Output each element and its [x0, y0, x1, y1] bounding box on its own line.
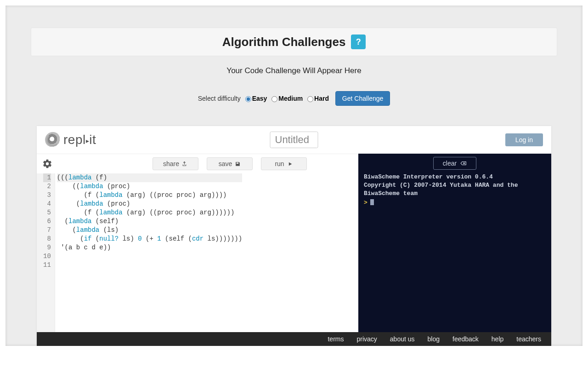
terminal-prompt: >: [364, 199, 546, 207]
save-button-label: save: [219, 160, 232, 167]
footer-link-feedback[interactable]: feedback: [452, 335, 479, 343]
challenge-placeholder: Your Code Challenge Will Appear Here: [6, 66, 582, 75]
code-line: (if (null? ls) 0 (+ 1 (self (cdr ls)))))…: [57, 235, 242, 243]
code-line: [57, 252, 242, 261]
share-button[interactable]: share: [153, 157, 198, 170]
code-editor[interactable]: 1234567891011 (((lambda (f) ((lambda (pr…: [37, 173, 358, 332]
code-line: (f (lambda (arg) ((proc proc) arg)))))): [57, 208, 242, 217]
run-button[interactable]: run: [261, 157, 307, 170]
clear-button-label: clear: [443, 160, 457, 167]
code-line: ((lambda (proc): [57, 182, 242, 191]
code-line: (lambda (proc): [57, 200, 242, 208]
footer-nav: termsprivacyabout usblogfeedbackhelpteac…: [37, 332, 551, 346]
clear-button[interactable]: clear: [433, 157, 476, 170]
share-button-label: share: [163, 160, 179, 167]
code-line: (f (lambda (arg) ((proc proc) arg)))): [57, 191, 242, 200]
footer-link-teachers[interactable]: teachers: [516, 335, 541, 343]
difficulty-label: Select difficulty: [198, 95, 241, 102]
repl-container: repl▸it Log in share: [37, 126, 551, 346]
editor-pane: share save run: [37, 154, 358, 332]
title-panel: Algorithm Challenges ?: [31, 28, 557, 56]
backspace-icon: [460, 161, 467, 166]
help-button[interactable]: ?: [351, 34, 366, 49]
get-challenge-button[interactable]: Get Challenge: [335, 91, 390, 106]
terminal-line: BiwaScheme Interpreter version 0.6.4: [364, 173, 546, 181]
cursor-icon: [370, 199, 374, 205]
footer-link-privacy[interactable]: privacy: [356, 335, 377, 343]
difficulty-radio-easy[interactable]: [245, 96, 251, 102]
footer-link-help[interactable]: help: [492, 335, 503, 343]
difficulty-radio-hard[interactable]: [307, 96, 313, 102]
page-title: Algorithm Challenges: [222, 35, 346, 49]
repl-title-input[interactable]: [270, 132, 318, 148]
replit-logo-icon: [45, 132, 61, 148]
difficulty-controls: Select difficulty Easy Medium Hard Get C…: [6, 91, 582, 106]
prompt-caret: >: [364, 199, 368, 206]
terminal-line: Copyright (C) 2007-2014 Yutaka HARA and …: [364, 181, 546, 198]
run-button-label: run: [275, 160, 284, 167]
repl-header: repl▸it Log in: [37, 126, 551, 154]
code-line: '(a b c d e)): [57, 243, 242, 252]
terminal-pane: clear BiwaScheme Interpreter version 0.6…: [358, 154, 551, 332]
replit-logo-text: repl▸it: [63, 132, 96, 147]
difficulty-option-hard[interactable]: Hard: [314, 95, 329, 102]
editor-toolbar: share save run: [37, 154, 358, 173]
code-line: (((lambda (f): [57, 173, 242, 182]
footer-link-terms[interactable]: terms: [328, 335, 344, 343]
code-line: (lambda (ls): [57, 226, 242, 235]
footer-link-blog[interactable]: blog: [428, 335, 440, 343]
difficulty-option-medium[interactable]: Medium: [278, 95, 303, 102]
login-button[interactable]: Log in: [505, 133, 543, 146]
gear-icon[interactable]: [42, 159, 52, 169]
line-gutter: 1234567891011: [37, 173, 55, 332]
save-button[interactable]: save: [207, 157, 253, 170]
save-icon: [235, 161, 241, 167]
difficulty-option-easy[interactable]: Easy: [252, 95, 267, 102]
code-line: (lambda (self): [57, 217, 242, 226]
footer-link-about-us[interactable]: about us: [390, 335, 415, 343]
replit-logo[interactable]: repl▸it: [45, 132, 96, 148]
play-icon: [287, 161, 293, 167]
code-lines: (((lambda (f) ((lambda (proc) (f (lambda…: [55, 173, 242, 332]
terminal-output[interactable]: BiwaScheme Interpreter version 0.6.4 Cop…: [358, 173, 551, 207]
code-line: [57, 261, 242, 270]
difficulty-radio-medium[interactable]: [271, 96, 277, 102]
share-icon: [182, 161, 188, 167]
